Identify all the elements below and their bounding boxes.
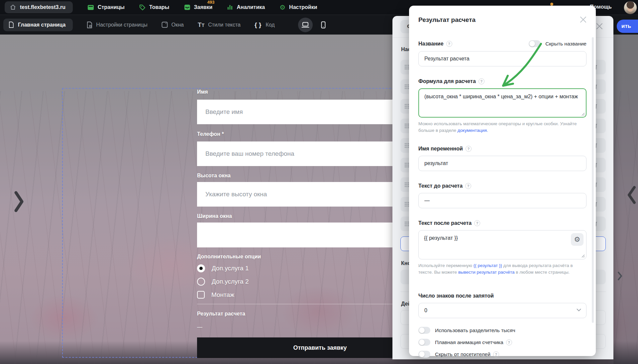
result-var-link[interactable]: {{ результат }} bbox=[474, 263, 502, 268]
nav-products[interactable]: Товары bbox=[139, 4, 169, 11]
modal-close-icon[interactable] bbox=[579, 16, 587, 24]
site-switcher[interactable]: test.flexbetest3.ru bbox=[5, 1, 73, 13]
expand-row-arrow[interactable] bbox=[617, 271, 623, 281]
text-styles-icon: TT bbox=[198, 21, 204, 29]
window-icon bbox=[161, 22, 168, 28]
page-settings-icon bbox=[87, 22, 92, 28]
windows-button[interactable]: Окна bbox=[161, 22, 184, 28]
decimals-select[interactable]: 0 bbox=[418, 303, 586, 318]
form-divider bbox=[197, 304, 402, 304]
variable-label: Имя переменной bbox=[418, 146, 463, 152]
formula-textarea[interactable]: (высота_окна * ширина_окна * цена_за_м2)… bbox=[418, 88, 586, 118]
result-label: Результат расчета bbox=[197, 311, 245, 317]
leads-icon bbox=[184, 4, 190, 10]
desktop-view-button[interactable] bbox=[298, 18, 313, 32]
drag-handle-icon[interactable] bbox=[404, 202, 409, 207]
help-icon[interactable]: ? bbox=[466, 146, 472, 152]
code-icon: { } bbox=[255, 21, 262, 29]
decimals-label: Число знаков после запятой bbox=[418, 293, 494, 299]
field-label: Телефон * bbox=[197, 131, 224, 137]
modal-scrollbar[interactable] bbox=[592, 37, 594, 323]
help-icon[interactable]: ? bbox=[465, 183, 471, 189]
nav-settings[interactable]: ⚙ Настройки bbox=[279, 4, 317, 11]
drag-handle-icon[interactable] bbox=[404, 104, 409, 109]
mobile-view-button[interactable] bbox=[316, 18, 331, 32]
after-text-hint: Используйте переменную {{ результат }} д… bbox=[418, 262, 586, 276]
drag-handle-icon[interactable] bbox=[404, 221, 409, 227]
text-styles-button[interactable]: TT Стили текста bbox=[198, 21, 241, 29]
after-text-textarea[interactable]: {{ результат }} bbox=[418, 230, 586, 259]
counter-animation-toggle[interactable] bbox=[418, 339, 430, 346]
help-icon[interactable]: ? bbox=[506, 339, 512, 345]
help-icon[interactable]: ? bbox=[474, 220, 480, 226]
hide-from-visitors-toggle[interactable] bbox=[418, 351, 430, 358]
formula-hint: Можно использовать математические операт… bbox=[418, 121, 586, 134]
option-radio-2[interactable]: Доп.услуга 2 bbox=[197, 278, 249, 286]
site-name: test.flexbetest3.ru bbox=[20, 4, 65, 10]
avatar[interactable] bbox=[624, 1, 637, 14]
nav-pages[interactable]: Страницы bbox=[87, 4, 125, 10]
mobile-icon bbox=[321, 21, 326, 29]
formula-label: Формула для расчета bbox=[418, 78, 476, 84]
field-label: Имя bbox=[197, 89, 208, 95]
analytics-icon bbox=[227, 4, 233, 10]
prev-section-arrow[interactable] bbox=[14, 191, 24, 213]
after-text-settings-button[interactable]: ⚙ bbox=[571, 233, 584, 246]
help-icon[interactable]: ? bbox=[446, 41, 452, 47]
modal-title: Результат расчета bbox=[418, 16, 586, 24]
resize-handle-icon[interactable] bbox=[582, 113, 585, 116]
after-text-label: Текст после расчета bbox=[418, 220, 472, 226]
name-input[interactable] bbox=[418, 51, 586, 66]
drag-handle-icon[interactable] bbox=[404, 143, 409, 148]
field-label: Ширина окна bbox=[197, 213, 232, 219]
thousands-separator-toggle[interactable] bbox=[418, 327, 430, 334]
variable-input[interactable] bbox=[418, 156, 586, 171]
drag-handle-icon[interactable] bbox=[404, 162, 409, 168]
resize-handle-icon[interactable] bbox=[582, 254, 585, 258]
field-label: Высота окна bbox=[197, 173, 231, 179]
next-section-arrow[interactable] bbox=[627, 186, 636, 204]
output-result-link[interactable]: вывести результат расчёта bbox=[458, 270, 515, 275]
nav-leads[interactable]: 493 Заявки bbox=[184, 4, 213, 10]
hide-name-toggle[interactable] bbox=[529, 40, 541, 47]
products-icon bbox=[139, 4, 146, 11]
leads-badge: 493 bbox=[207, 0, 215, 5]
docs-link[interactable]: документация. bbox=[458, 128, 488, 133]
chevron-down-icon bbox=[577, 309, 581, 312]
panel-close-icon[interactable] bbox=[596, 23, 603, 30]
code-button[interactable]: { } Код bbox=[255, 21, 275, 29]
hide-name-label: Скрыть название bbox=[545, 41, 586, 47]
radio-checked-icon bbox=[197, 264, 205, 272]
drag-handle-icon[interactable] bbox=[404, 64, 409, 70]
pages-icon bbox=[87, 5, 94, 10]
nav-analytics[interactable]: Аналитика bbox=[227, 4, 265, 10]
checkbox-unchecked-icon bbox=[197, 291, 205, 299]
name-label: Название bbox=[418, 41, 444, 47]
help-icon[interactable]: ? bbox=[478, 78, 484, 84]
drag-handle-icon[interactable] bbox=[404, 84, 409, 89]
result-value: — bbox=[197, 324, 202, 330]
settings-icon: ⚙ bbox=[279, 4, 285, 11]
home-icon bbox=[10, 4, 16, 10]
save-button[interactable]: ить bbox=[617, 20, 638, 33]
notification-dot bbox=[550, 3, 553, 6]
before-text-input[interactable] bbox=[418, 193, 586, 208]
help-icon[interactable]: ? bbox=[493, 351, 499, 357]
option-radio-1[interactable]: Доп.услуга 1 bbox=[197, 264, 249, 272]
options-title: Дополнительные опции bbox=[197, 254, 261, 260]
calc-result-modal: Результат расчета Название ? Скрыть назв… bbox=[409, 6, 596, 356]
radio-unchecked-icon bbox=[197, 278, 205, 286]
desktop-icon bbox=[301, 22, 309, 28]
drag-handle-icon[interactable] bbox=[404, 123, 409, 129]
option-checkbox[interactable]: Монтаж bbox=[197, 291, 234, 299]
drag-handle-icon[interactable] bbox=[404, 182, 409, 187]
before-text-label: Текст до расчета bbox=[418, 183, 463, 189]
page-selector[interactable]: Главная страница bbox=[3, 19, 73, 31]
page-settings-button[interactable]: Настройки страницы bbox=[87, 22, 147, 28]
page-icon bbox=[9, 22, 14, 28]
